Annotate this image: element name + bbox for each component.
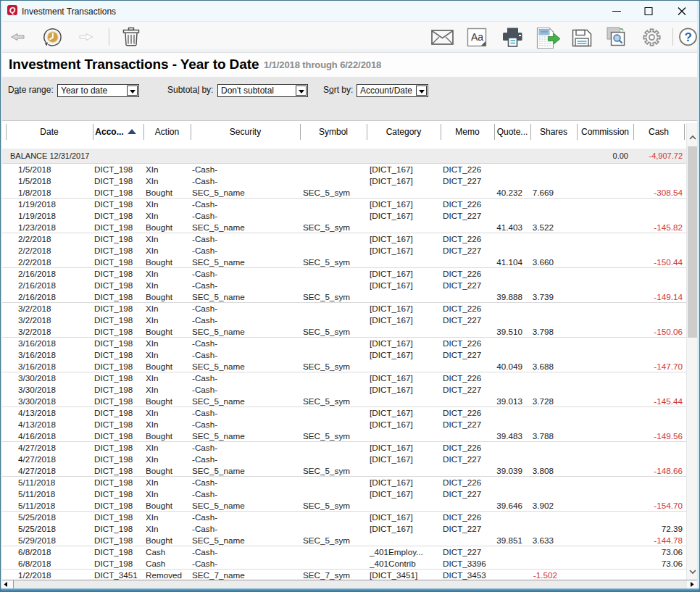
svg-text:?: ? xyxy=(685,30,692,44)
svg-text:Aa: Aa xyxy=(471,31,483,43)
